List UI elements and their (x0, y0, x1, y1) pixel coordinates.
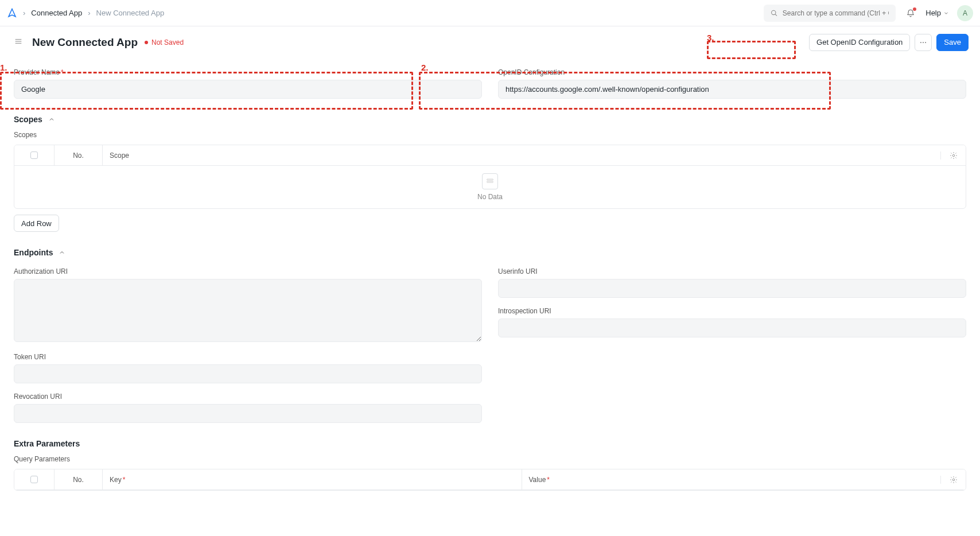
params-select-all-checkbox[interactable] (30, 476, 38, 483)
notifications-button[interactable] (904, 6, 917, 20)
params-table-settings-button[interactable] (940, 476, 966, 484)
authorization-uri-label: Authorization URI (14, 267, 482, 275)
chevron-down-icon (943, 10, 949, 16)
help-label: Help (925, 9, 941, 17)
introspection-uri-label: Introspection URI (498, 307, 966, 315)
revocation-uri-input[interactable] (14, 404, 482, 423)
provider-name-input[interactable] (14, 80, 482, 99)
section-scopes-label: Scopes (14, 115, 42, 124)
topbar: › Connected App › New Connected App Help… (0, 0, 980, 26)
scopes-no-data: No Data (14, 166, 966, 208)
query-params-table: No. Key* Value* (14, 469, 966, 491)
openid-config-label: OpenID Configuration (498, 68, 966, 76)
userinfo-uri-input[interactable] (498, 279, 966, 298)
svg-point-5 (952, 154, 955, 157)
annotation-1: 1. (0, 63, 7, 72)
scopes-add-row-button[interactable]: Add Row (14, 215, 59, 232)
svg-point-2 (920, 42, 921, 43)
sidebar-toggle-button[interactable] (11, 34, 25, 50)
svg-point-4 (925, 42, 927, 43)
section-scopes[interactable]: Scopes (14, 115, 966, 124)
introspection-uri-input[interactable] (498, 319, 966, 337)
dots-horizontal-icon (919, 38, 927, 46)
hamburger-icon (14, 37, 23, 46)
svg-point-8 (952, 479, 955, 481)
breadcrumb-connected-app[interactable]: Connected App (31, 9, 82, 17)
scopes-col-no: No. (55, 145, 103, 165)
page-title: New Connected App (32, 36, 138, 49)
section-endpoints[interactable]: Endpoints (14, 248, 966, 257)
status-dot-icon (145, 41, 148, 44)
page-header: New Connected App Not Saved Get OpenID C… (0, 26, 980, 58)
scopes-table-label: Scopes (14, 131, 966, 139)
scopes-col-scope: Scope (103, 145, 940, 165)
save-button[interactable]: Save (936, 34, 969, 51)
svg-point-0 (772, 10, 776, 14)
status-text: Not Saved (151, 38, 184, 46)
scopes-table-settings-button[interactable] (940, 152, 966, 160)
help-button[interactable]: Help (925, 9, 949, 17)
authorization-uri-input[interactable] (14, 279, 482, 342)
app-logo-icon (7, 8, 17, 18)
search-icon (771, 9, 778, 17)
search-input[interactable] (764, 5, 896, 22)
svg-line-1 (775, 14, 777, 15)
scopes-table: No. Scope No Data (14, 145, 966, 209)
gear-icon (950, 152, 958, 160)
status-badge: Not Saved (145, 38, 184, 46)
chevron-right-icon: › (88, 9, 90, 17)
query-params-label: Query Parameters (14, 455, 966, 463)
notification-dot-icon (913, 7, 916, 11)
get-openid-config-button[interactable]: Get OpenID Configuration (809, 34, 910, 51)
section-extra-parameters-label: Extra Parameters (14, 439, 80, 448)
params-col-value: Value* (522, 469, 941, 490)
more-actions-button[interactable] (915, 34, 932, 51)
breadcrumb: › Connected App › New Connected App (23, 9, 164, 17)
revocation-uri-label: Revocation URI (14, 393, 482, 401)
chevron-right-icon: › (23, 9, 25, 17)
no-data-icon (482, 173, 498, 189)
chevron-up-icon (48, 116, 55, 123)
openid-config-input[interactable] (498, 80, 966, 99)
form-body: 1. 2. 3. Provider Name* OpenID Configura… (0, 68, 980, 514)
gear-icon (950, 476, 958, 484)
search-input-field[interactable] (783, 9, 889, 17)
breadcrumb-current: New Connected App (96, 9, 165, 17)
params-col-key: Key* (103, 469, 522, 490)
params-col-no: No. (55, 469, 103, 490)
scopes-select-all-checkbox[interactable] (30, 152, 38, 159)
svg-point-3 (923, 42, 924, 43)
avatar[interactable]: A (957, 5, 973, 21)
userinfo-uri-label: Userinfo URI (498, 267, 966, 275)
token-uri-input[interactable] (14, 364, 482, 383)
svg-rect-6 (487, 179, 493, 180)
svg-rect-7 (487, 181, 493, 182)
chevron-up-icon (59, 249, 65, 256)
token-uri-label: Token URI (14, 353, 482, 361)
section-endpoints-label: Endpoints (14, 248, 53, 257)
provider-name-label: Provider Name* (14, 68, 482, 76)
section-extra-parameters: Extra Parameters (14, 439, 966, 448)
